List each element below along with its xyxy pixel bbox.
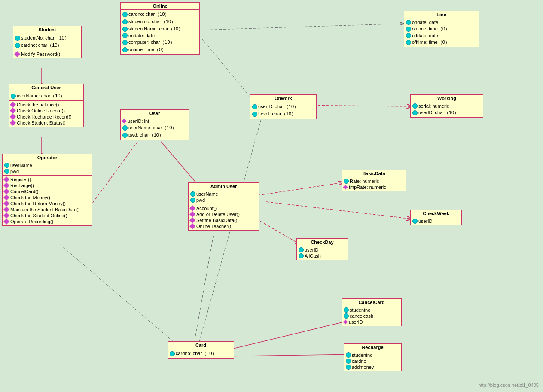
diamond-icon	[343, 185, 348, 189]
admin-user-methods: Account() Add or Delete User() Set the B…	[189, 204, 259, 230]
recharge-title: Recharge	[344, 344, 401, 351]
general-user-class: General User userName: char（10） Check th…	[9, 84, 84, 127]
attr-icon	[122, 33, 128, 38]
cancel-card-attrs: studentno cancelcash userID	[342, 306, 401, 326]
student-attr-2: cardno: char（10）	[15, 42, 79, 49]
student-title: Student	[13, 26, 81, 33]
attr-icon	[190, 198, 195, 203]
attr-icon	[15, 43, 20, 48]
user-class: User userID: int userName: char（10） pwd:…	[120, 109, 189, 140]
attr-icon	[412, 219, 418, 224]
method-icon	[189, 211, 195, 217]
attr-icon	[4, 163, 9, 168]
student-attr-1: studentNo: char（10）	[15, 34, 79, 42]
cancelcard-card-line	[219, 320, 352, 352]
attr-icon	[344, 179, 349, 184]
basic-data-attrs: Rate: numeric tmpRate: numeric	[342, 177, 406, 191]
method-icon	[3, 182, 9, 188]
method-icon	[3, 207, 9, 213]
attr-icon	[299, 253, 304, 258]
general-user-methods: Check the balance() Check Online Record(…	[9, 101, 83, 127]
attr-icon	[122, 19, 128, 24]
method-icon	[3, 201, 9, 207]
recharge-class: Recharge studentno cardno addmoney	[344, 343, 402, 371]
student-class: Student studentNo: char（10） cardno: char…	[13, 26, 82, 58]
admin-user-class: Admin User userName pwd Account() Add or…	[188, 182, 259, 231]
recharge-card-line	[219, 354, 352, 356]
attr-icon	[406, 27, 411, 32]
line-attrs: ondate: date ontime: time（0） offdate: da…	[404, 18, 479, 47]
attr-icon	[122, 125, 128, 131]
diamond-icon	[122, 119, 126, 123]
attr-icon	[412, 110, 418, 115]
basic-data-class: BasicData Rate: numeric tmpRate: numeric	[342, 170, 406, 191]
method-icon	[3, 213, 9, 219]
method-icon	[3, 188, 9, 194]
user-attrs: userID: int userName: char（10） pwd: char…	[121, 117, 189, 140]
method-icon	[189, 223, 195, 229]
attr-icon	[122, 47, 128, 52]
onwork-attrs: userID: char（10） Level: char（10）	[250, 102, 316, 119]
check-week-title: CheckWeek	[411, 210, 461, 217]
attr-icon	[299, 247, 304, 252]
attr-icon	[122, 12, 128, 17]
card-title: Card	[168, 342, 234, 349]
line-title: Line	[404, 11, 479, 18]
attr-icon	[122, 27, 128, 32]
general-user-attrs: userName: char（10）	[9, 91, 83, 101]
attr-icon	[252, 112, 257, 117]
attr-icon	[122, 40, 128, 45]
method-icon	[10, 102, 16, 108]
online-class: Online cardno: char（10） studentno: char（…	[120, 2, 200, 55]
admin-user-title: Admin User	[189, 183, 259, 190]
attr-icon	[406, 20, 411, 25]
student-method-1: Modify Password()	[15, 51, 79, 57]
attr-icon	[15, 36, 20, 41]
check-day-attrs: userID AllCash	[297, 246, 348, 260]
adminuser-basicdata-line	[258, 182, 344, 195]
onwork-title: Onwork	[250, 95, 316, 102]
attr-icon	[11, 94, 16, 99]
attr-icon	[344, 313, 349, 319]
check-week-attrs: userID	[411, 217, 461, 225]
attr-icon	[346, 352, 351, 358]
worklog-class: Worklog serial: numeric userID: char（10）	[410, 94, 483, 118]
attr-icon	[122, 133, 128, 138]
method-icon	[189, 217, 195, 223]
attr-icon	[406, 33, 411, 38]
check-day-title: CheckDay	[297, 239, 348, 246]
operator-attrs: userName pwd	[3, 161, 92, 176]
online-attrs: cardno: char（10） studentno: char（10） stu…	[121, 10, 199, 54]
attr-icon	[252, 104, 257, 109]
worklog-attrs: serial: numeric userID: char（10）	[411, 102, 483, 117]
adminuser-checkweek-line	[266, 202, 412, 219]
diamond-icon	[343, 319, 348, 324]
onwork-card-line	[198, 116, 262, 348]
watermark: http://blog.csdn.net/zl1_0405	[478, 383, 539, 388]
operator-title: Operator	[3, 154, 92, 161]
attr-icon	[346, 365, 351, 370]
student-attrs: studentNo: char（10） cardno: char（10）	[13, 33, 81, 50]
attr-icon	[4, 169, 9, 174]
method-icon	[14, 51, 20, 57]
student-methods: Modify Password()	[13, 50, 81, 58]
attr-icon	[190, 191, 195, 197]
admin-user-attrs: userName pwd	[189, 190, 259, 204]
attr-icon	[170, 351, 175, 356]
method-icon	[10, 120, 16, 126]
method-icon	[3, 219, 9, 225]
basic-data-title: BasicData	[342, 170, 406, 177]
online-title: Online	[121, 3, 199, 10]
general-user-title: General User	[9, 84, 83, 91]
user-title: User	[121, 110, 189, 117]
attr-icon	[346, 359, 351, 364]
online-onwork-line	[202, 39, 253, 101]
operator-card-line	[60, 245, 180, 348]
attr-icon	[406, 40, 411, 45]
operator-class: Operator userName pwd Register() Recharg…	[2, 154, 92, 226]
check-week-class: CheckWeek userID	[410, 210, 462, 225]
operator-methods: Register() Recharge() CancelCard() Check…	[3, 176, 92, 225]
onwork-class: Onwork userID: char（10） Level: char（10）	[250, 94, 317, 119]
method-icon	[10, 114, 16, 120]
cancel-card-title: CancelCard	[342, 299, 401, 306]
